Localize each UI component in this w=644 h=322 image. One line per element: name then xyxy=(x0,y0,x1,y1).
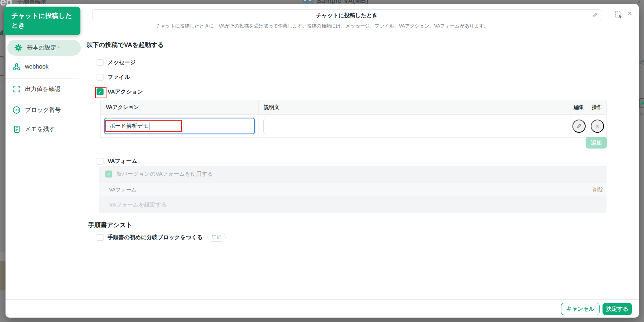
dialog-footer: キャンセル 決定する xyxy=(6,299,639,318)
background-right-text-2: キ xyxy=(640,111,644,117)
operation-cell: × xyxy=(587,115,607,137)
check-icon: ✓ xyxy=(97,89,103,95)
sidebar-item-label: webhook xyxy=(25,63,48,70)
edit-row-button[interactable]: ✎ xyxy=(572,120,586,133)
assist-section-heading: 手順書アシスト xyxy=(88,221,133,229)
number-circle-icon: 123 xyxy=(12,106,21,114)
va-action-name-input[interactable]: ボード解析デモ xyxy=(104,118,255,134)
sidebar-item-memo[interactable]: メモを残す xyxy=(6,121,79,137)
description-cell xyxy=(258,115,571,137)
va-action-description-input[interactable] xyxy=(263,118,572,134)
cancel-button[interactable]: キャンセル xyxy=(561,303,600,315)
option-row-va-action: ✓ VAアクション xyxy=(97,88,143,95)
dialog-description: チャットに投稿したときに、VAがその投稿を受け取って作業します。投稿の種類には、… xyxy=(6,23,639,29)
column-header-form: VAフォーム xyxy=(99,183,590,197)
background-close-icon: × xyxy=(637,0,641,5)
gear-icon xyxy=(14,43,23,52)
column-header-action: VAアクション xyxy=(101,100,258,114)
va-action-table-header: VAアクション 説明文 編集 操作 xyxy=(100,100,607,115)
assist-option-row: 手順書の初めに分岐ブロックをつくる 詳細 xyxy=(97,233,226,242)
pencil-icon: ✎ xyxy=(576,123,581,130)
trigger-settings-dialog: チャットに投稿したとき ✎ × チャットに投稿したときに、VAがその投稿を受け取… xyxy=(6,4,639,318)
cross-icon: × xyxy=(596,122,600,130)
option-label: ファイル xyxy=(108,74,130,81)
va-form-table-header: VAフォーム 削除 xyxy=(99,183,607,197)
va-form-panel: ✓ 新バージョンのVAフォームを使用する VAフォーム 削除 VAフォームを設定… xyxy=(99,166,607,213)
option-row-va-form: VAフォーム xyxy=(97,158,137,165)
column-header-operation: 操作 xyxy=(587,100,607,114)
option-row-file: ファイル xyxy=(97,74,130,81)
sidebar-item-output-check[interactable]: 出力値を確認 xyxy=(6,81,79,97)
column-header-edit: 編集 xyxy=(571,100,587,114)
sidebar-item-label: メモを残す xyxy=(25,125,55,133)
set-va-form-button: VAフォームを設定する xyxy=(109,201,167,208)
background-chat-bubble-icon: A xyxy=(639,98,644,108)
branch-block-checkbox[interactable] xyxy=(97,234,104,241)
background-band-beige xyxy=(0,261,6,290)
option-row-message: メッセージ xyxy=(97,59,135,66)
background-band xyxy=(0,252,6,261)
background-block-outline xyxy=(0,56,4,76)
message-checkbox[interactable] xyxy=(97,59,104,66)
va-form-checkbox[interactable] xyxy=(97,158,104,165)
option-label: VAアクション xyxy=(108,88,143,95)
bubble-letter: A xyxy=(641,100,644,106)
edit-title-icon[interactable]: ✎ xyxy=(592,10,597,21)
sidebar-item-label: 出力値を確認 xyxy=(25,85,60,93)
bot-avatar-icon xyxy=(302,0,314,3)
confirm-button[interactable]: 決定する xyxy=(603,303,632,315)
va-action-table: VAアクション 説明文 編集 操作 ボード解析デモ ✎ xyxy=(100,100,607,138)
select-area-icon[interactable] xyxy=(615,11,623,20)
file-checkbox[interactable] xyxy=(97,74,104,81)
new-version-checkbox: ✓ xyxy=(105,171,112,178)
sidebar-item-block-number[interactable]: 123 ブロック番号 xyxy=(6,102,79,118)
frame-corners-icon xyxy=(12,85,21,94)
option-label: メッセージ xyxy=(108,59,135,66)
column-header-delete: 削除 xyxy=(590,183,607,197)
dialog-title-input[interactable]: チャットに投稿したとき ✎ xyxy=(93,9,601,21)
background-right-text: 閉 xyxy=(639,59,644,66)
text-caret xyxy=(149,122,149,130)
detail-badge[interactable]: 詳細 xyxy=(207,233,226,242)
column-header-description: 説明文 xyxy=(258,100,571,114)
sidebar-item-basic-settings[interactable]: 基本の設定 * xyxy=(7,40,81,56)
va-action-table-row: ボード解析デモ ✎ × xyxy=(100,115,607,138)
va-action-checkbox[interactable]: ✓ xyxy=(97,88,104,95)
webhook-icon xyxy=(12,62,21,71)
panel-column-divider xyxy=(590,197,590,213)
new-version-row: ✓ 新バージョンのVAフォームを使用する xyxy=(105,171,213,178)
va-action-name-value: ボード解析デモ xyxy=(109,122,148,129)
add-row-button[interactable]: 追加 xyxy=(586,137,607,149)
sidebar-item-label: 基本の設定 xyxy=(27,44,56,52)
action-cell: ボード解析デモ xyxy=(101,115,258,137)
close-dialog-icon[interactable]: × xyxy=(627,10,632,18)
sidebar-item-label: ブロック番号 xyxy=(25,106,61,114)
required-mark: * xyxy=(58,45,60,51)
new-version-label: 新バージョンのVAフォームを使用する xyxy=(116,171,213,178)
trigger-type-badge: チャットに投稿したとき xyxy=(4,7,80,35)
remove-row-button[interactable]: × xyxy=(591,120,604,133)
memo-icon xyxy=(12,125,21,133)
check-icon: ✓ xyxy=(106,171,112,177)
dialog-title-text: チャットに投稿したとき xyxy=(316,12,377,18)
edit-cell: ✎ xyxy=(571,115,587,137)
option-label: VAフォーム xyxy=(108,158,137,165)
trigger-section-heading: 以下の投稿でVAを起動する xyxy=(86,41,164,49)
assist-option-label: 手順書の初めに分岐ブロックをつくる xyxy=(108,234,203,241)
sidebar-divider xyxy=(6,78,79,78)
svg-text:123: 123 xyxy=(14,109,19,111)
sidebar-item-webhook[interactable]: webhook xyxy=(6,59,79,75)
